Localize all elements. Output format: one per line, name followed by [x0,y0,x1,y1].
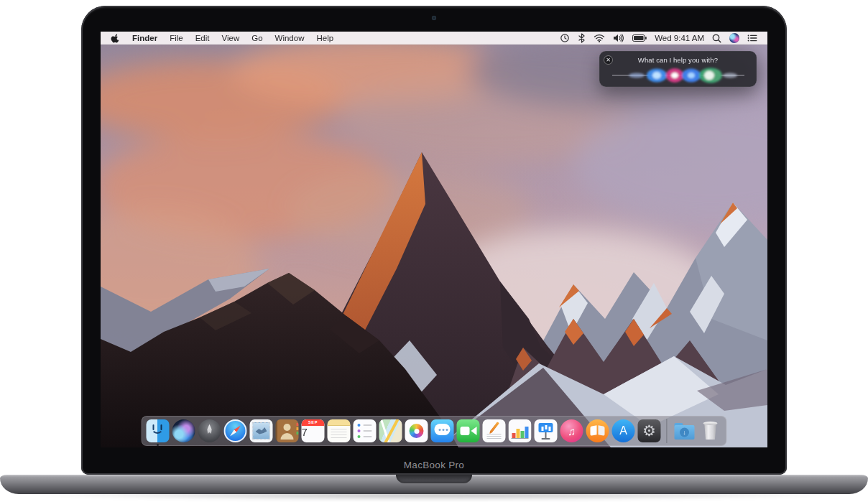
menu-item-window[interactable]: Window [275,34,305,42]
icon-art: A [619,424,627,437]
mail-icon [250,419,273,442]
macbook-pro-label: MacBook Pro [81,460,787,470]
maps-icon [379,419,402,442]
menu-bar-left: Finder File Edit View Go Window Help [111,33,333,43]
icon-art [545,432,547,438]
macbook-lid: Finder File Edit View Go Window Help [81,6,787,475]
lid-notch [396,475,472,483]
safari-icon [224,419,247,442]
dock-icon-reminders[interactable] [354,419,377,442]
clock-menu-icon[interactable] [560,33,570,43]
icon-art [703,422,718,425]
dock-icon-launchpad[interactable] [198,419,221,442]
menu-item-help[interactable]: Help [316,34,333,42]
icon-art [599,425,605,436]
icon-art [297,423,299,426]
dock-icon-trash[interactable] [699,419,722,442]
compass-needle-icon [228,424,241,437]
menu-bar-status: Wed 9:41 AM [560,33,757,43]
dock-icon-siri[interactable] [172,419,195,442]
app-store-icon: A [612,419,635,442]
dock-separator [667,419,668,443]
running-indicator [157,444,159,446]
menu-item-file[interactable]: File [170,34,183,42]
dock-icon-maps[interactable] [379,419,402,442]
siri-menu-icon[interactable] [729,33,739,43]
icon-art [439,429,441,431]
dock-icon-numbers[interactable] [509,419,532,442]
battery-icon[interactable] [632,34,647,42]
icon-art [152,426,164,434]
gear-icon: ⚙ [638,419,661,442]
bluetooth-icon[interactable] [578,33,586,43]
icon-art [512,438,529,439]
ibooks-icon [586,419,609,442]
downloads-folder-icon: ↓ [673,419,696,442]
siri-popup: ✕ What can I help you with? [599,51,757,87]
dock-icon-ibooks[interactable] [586,419,609,442]
icon-art [487,434,502,439]
menu-item-view[interactable]: View [222,34,240,42]
desktop-wallpaper[interactable] [101,32,767,447]
open-book-icon [591,425,597,436]
dock: SEP 7 [142,416,727,446]
icon-art [358,424,361,427]
pages-icon [483,419,506,442]
apple-menu[interactable] [111,33,119,43]
icon-art [284,424,291,431]
dock-icon-system-preferences[interactable]: ⚙ [638,419,661,442]
messages-icon [431,419,454,442]
dock-icon-itunes[interactable]: ♫ [560,419,583,442]
photos-icon [405,419,428,442]
dock-icon-photos[interactable] [405,419,428,442]
keynote-icon [535,419,558,442]
notification-center-icon[interactable] [747,34,757,42]
music-note-icon: ♫ [568,425,576,437]
dock-icon-messages[interactable] [431,419,454,442]
dock-icon-finder[interactable] [147,419,170,442]
menu-item-finder[interactable]: Finder [132,34,157,42]
numbers-icon [509,419,532,442]
launchpad-icon [198,419,221,442]
dock-icon-appstore[interactable]: A [612,419,635,442]
notes-icon [328,419,351,442]
dock-icon-notes[interactable] [328,419,351,442]
menu-item-go[interactable]: Go [251,34,262,42]
product-shot: Finder File Edit View Go Window Help [0,0,868,502]
dock-icon-safari[interactable] [224,419,247,442]
dock-icon-pages[interactable] [483,419,506,442]
calendar-icon: SEP 7 [302,419,325,442]
dock-icon-downloads[interactable]: ↓ [673,419,696,442]
screen: Finder File Edit View Go Window Help [101,32,767,447]
icon-art [471,427,477,435]
siri-icon [172,419,195,442]
close-icon[interactable]: ✕ [604,55,613,65]
menu-item-edit[interactable]: Edit [195,34,210,42]
spotlight-icon[interactable] [712,34,721,43]
dock-icon-facetime[interactable] [457,419,480,442]
menu-bar: Finder File Edit View Go Window Help [101,32,767,45]
rocket-icon [205,424,214,437]
icon-art [281,433,294,440]
dock-icon-mail[interactable] [250,419,273,442]
pen-icon [489,422,499,434]
facetime-icon [457,419,480,442]
icon-art [704,423,717,440]
icon-art: ⚙ [642,422,656,440]
speech-bubble-icon [435,424,451,435]
dock-icon-contacts[interactable] [276,419,299,442]
wifi-icon[interactable] [594,34,605,42]
siri-prompt: What can I help you with? [599,56,757,64]
finder-icon [147,419,170,442]
apple-logo-icon [111,33,119,43]
download-arrow-icon: ↓ [680,427,689,437]
dock-icon-keynote[interactable] [535,419,558,442]
camera-icon [461,427,470,435]
calendar-month: SEP [302,419,325,426]
volume-icon[interactable] [613,34,624,42]
icon-art [542,427,544,431]
siri-waveform [606,66,750,85]
icon-art [364,424,372,426]
menu-bar-clock[interactable]: Wed 9:41 AM [655,34,704,42]
dock-icon-calendar[interactable]: SEP 7 [302,419,325,442]
